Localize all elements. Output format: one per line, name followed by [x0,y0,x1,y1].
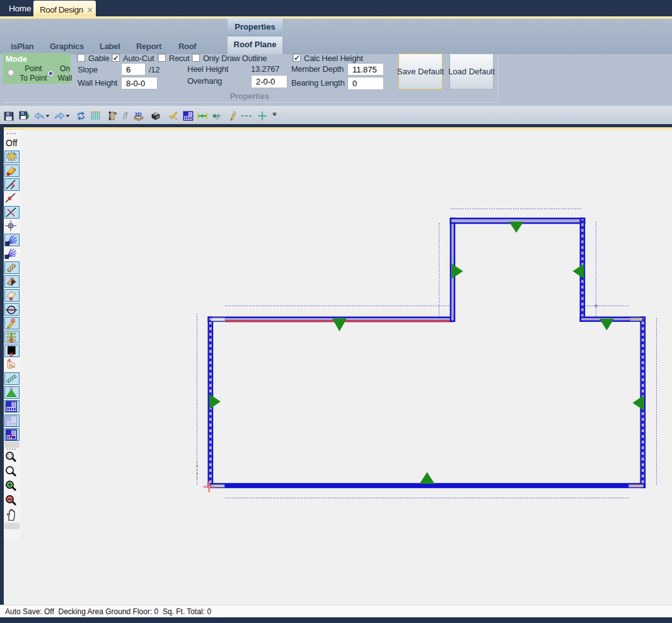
svg-text:3D: 3D [134,111,142,118]
